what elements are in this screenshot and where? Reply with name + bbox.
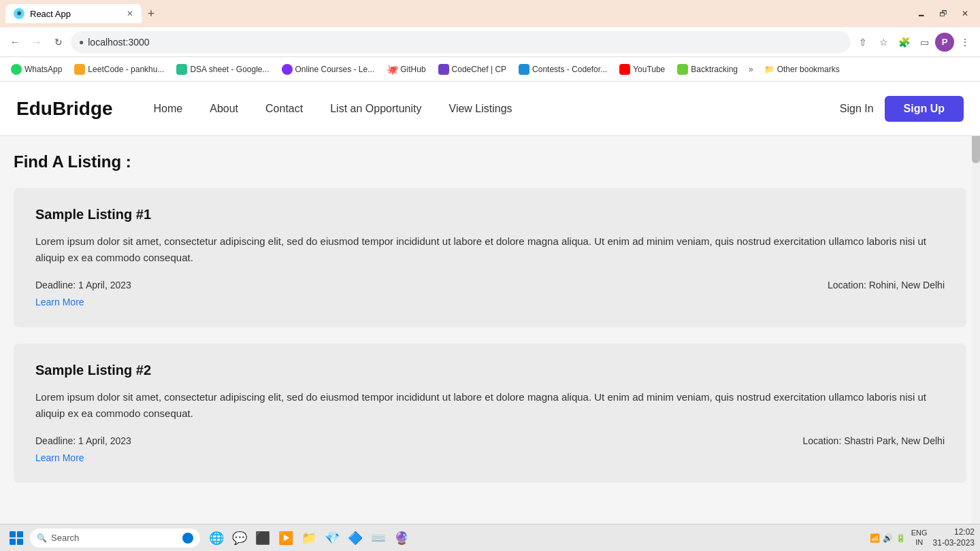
clock: 12:02 31-03-2023 bbox=[933, 527, 975, 548]
taskbar-messenger[interactable]: 💬 bbox=[229, 527, 250, 549]
battery-icon: 🔋 bbox=[896, 533, 906, 543]
window-controls: 🗕 🗗 ✕ bbox=[912, 4, 975, 23]
other-bookmarks[interactable]: 📁 Other bookmarks bbox=[759, 62, 845, 77]
nav-list-opportunity[interactable]: List an Opportunity bbox=[316, 97, 435, 120]
bookmark-youtube[interactable]: YouTube bbox=[614, 61, 670, 78]
search-icon: 🔍 bbox=[37, 533, 47, 543]
bookmark-online-courses[interactable]: Online Courses - Le... bbox=[276, 61, 380, 78]
bookmark-contests[interactable]: Contests - Codefor... bbox=[513, 61, 612, 78]
page-body: Find A Listing : Sample Listing #1 Lorem… bbox=[0, 136, 980, 516]
nav-about[interactable]: About bbox=[196, 97, 252, 120]
minimize-button[interactable]: 🗕 bbox=[912, 4, 931, 23]
bookmark-backtracking[interactable]: Backtracking bbox=[672, 61, 743, 78]
system-tray: 📶 🔊 🔋 bbox=[870, 533, 906, 543]
search-logo bbox=[182, 533, 193, 544]
listing-meta-1: Deadline: 1 April, 2023 Location: Rohini… bbox=[35, 280, 945, 290]
taskbar-cmd[interactable]: ⌨️ bbox=[368, 527, 389, 549]
sign-in-link[interactable]: Sign In bbox=[840, 103, 874, 115]
bookmark-github[interactable]: 🐙 GitHub bbox=[381, 61, 431, 78]
taskbar-search[interactable]: 🔍 Search bbox=[30, 529, 200, 548]
tab-bar: ⚛ React App ✕ + bbox=[5, 4, 906, 23]
listing-title-2: Sample Listing #2 bbox=[35, 363, 945, 378]
sign-up-button[interactable]: Sign Up bbox=[885, 96, 964, 122]
browser-actions: ⇧ ☆ 🧩 ▭ P ⋮ bbox=[853, 33, 975, 52]
learn-more-2[interactable]: Learn More bbox=[35, 452, 84, 463]
taskbar-files[interactable]: 📁 bbox=[298, 527, 320, 549]
listing-desc-1: Lorem ipsum dolor sit amet, consectetur … bbox=[35, 233, 945, 266]
url-bar[interactable]: ● localhost:3000 bbox=[71, 31, 851, 53]
nav-view-listings[interactable]: View Listings bbox=[436, 97, 526, 120]
window-button[interactable]: ▭ bbox=[915, 33, 934, 52]
listing-meta-2: Deadline: 1 April, 2023 Location: Shastr… bbox=[35, 435, 945, 446]
tab-close-button[interactable]: ✕ bbox=[127, 9, 133, 18]
bookmark-button[interactable]: ☆ bbox=[874, 33, 893, 52]
taskbar-pinned-apps: 🌐 💬 ⬛ ▶️ 📁 💎 🔷 ⌨️ 🔮 bbox=[206, 527, 412, 549]
page-content: EduBridge Home About Contact List an Opp… bbox=[0, 82, 980, 524]
tab-title: React App bbox=[30, 9, 71, 19]
forward-button[interactable]: → bbox=[27, 33, 46, 52]
secure-icon: ● bbox=[79, 37, 84, 47]
listing-desc-2: Lorem ipsum dolor sit amet, consectetur … bbox=[35, 389, 945, 422]
search-placeholder: Search bbox=[51, 533, 79, 543]
time-display: 12:02 bbox=[933, 527, 975, 538]
folder-icon: 📁 bbox=[764, 65, 774, 74]
taskbar-ruby[interactable]: 💎 bbox=[321, 527, 343, 549]
page-heading: Find A Listing : bbox=[14, 152, 966, 171]
close-button[interactable]: ✕ bbox=[956, 4, 975, 23]
listing-card-2: Sample Listing #2 Lorem ipsum dolor sit … bbox=[14, 344, 966, 483]
tab-favicon: ⚛ bbox=[14, 8, 24, 19]
leetcode-icon bbox=[74, 64, 85, 75]
taskbar-dev[interactable]: 🔮 bbox=[391, 527, 412, 549]
bookmark-whatsapp[interactable]: WhatsApp bbox=[5, 61, 67, 78]
dsa-icon bbox=[176, 64, 187, 75]
taskbar-vscode[interactable]: 🔷 bbox=[344, 527, 366, 549]
profile-button[interactable]: P bbox=[935, 33, 954, 52]
listing-location-1: Location: Rohini, New Delhi bbox=[828, 280, 945, 290]
language-indicator: ENG IN bbox=[911, 529, 928, 546]
online-courses-icon bbox=[282, 64, 293, 75]
browser-titlebar: ⚛ React App ✕ + 🗕 🗗 ✕ bbox=[0, 0, 980, 27]
bookmark-leetcode[interactable]: LeetCode - pankhu... bbox=[69, 61, 169, 78]
whatsapp-icon bbox=[11, 64, 22, 75]
sound-icon: 🔊 bbox=[883, 533, 893, 543]
site-navbar: EduBridge Home About Contact List an Opp… bbox=[0, 82, 980, 136]
address-bar-row: ← → ↻ ● localhost:3000 ⇧ ☆ 🧩 ▭ P ⋮ bbox=[0, 27, 980, 57]
bookmark-codechef[interactable]: CodeChef | CP bbox=[433, 61, 512, 78]
active-tab[interactable]: ⚛ React App ✕ bbox=[5, 4, 142, 23]
listing-card-1: Sample Listing #1 Lorem ipsum dolor sit … bbox=[14, 188, 966, 327]
taskbar-media[interactable]: ▶️ bbox=[275, 527, 297, 549]
learn-more-1[interactable]: Learn More bbox=[35, 297, 84, 307]
refresh-button[interactable]: ↻ bbox=[49, 33, 68, 52]
back-button[interactable]: ← bbox=[5, 33, 24, 52]
nav-links: Home About Contact List an Opportunity V… bbox=[140, 97, 840, 120]
date-display: 31-03-2023 bbox=[933, 538, 975, 549]
nav-home[interactable]: Home bbox=[140, 97, 197, 120]
taskbar: 🔍 Search 🌐 💬 ⬛ ▶️ 📁 💎 🔷 ⌨️ 🔮 📶 🔊 🔋 ENG I… bbox=[0, 524, 980, 551]
github-icon: 🐙 bbox=[387, 64, 397, 75]
listing-deadline-2: Deadline: 1 April, 2023 bbox=[35, 435, 131, 446]
url-text: localhost:3000 bbox=[88, 37, 149, 48]
youtube-icon bbox=[619, 64, 630, 75]
taskbar-chrome[interactable]: 🌐 bbox=[206, 527, 227, 549]
codechef-icon bbox=[438, 64, 449, 75]
backtracking-icon bbox=[677, 64, 688, 75]
listing-location-2: Location: Shastri Park, New Delhi bbox=[802, 435, 945, 446]
maximize-button[interactable]: 🗗 bbox=[934, 4, 953, 23]
menu-button[interactable]: ⋮ bbox=[956, 33, 975, 52]
new-tab-button[interactable]: + bbox=[142, 4, 161, 23]
nav-auth: Sign In Sign Up bbox=[840, 96, 964, 122]
taskbar-terminal[interactable]: ⬛ bbox=[252, 527, 274, 549]
codeforces-icon bbox=[519, 64, 529, 75]
windows-icon bbox=[10, 531, 23, 545]
start-button[interactable] bbox=[5, 527, 27, 549]
share-button[interactable]: ⇧ bbox=[853, 33, 872, 52]
extension-button[interactable]: 🧩 bbox=[894, 33, 913, 52]
listing-title-1: Sample Listing #1 bbox=[35, 207, 945, 222]
more-bookmarks-button[interactable]: » bbox=[745, 62, 757, 77]
site-logo: EduBridge bbox=[16, 98, 113, 120]
bookmark-dsa[interactable]: DSA sheet - Google... bbox=[171, 61, 274, 78]
listing-deadline-1: Deadline: 1 April, 2023 bbox=[35, 280, 131, 290]
nav-contact[interactable]: Contact bbox=[252, 97, 316, 120]
network-icon: 📶 bbox=[870, 533, 880, 543]
scrollbar-track[interactable] bbox=[972, 82, 980, 524]
